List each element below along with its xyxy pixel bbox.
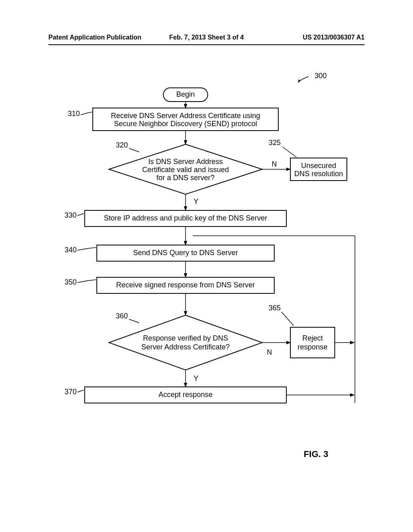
svg-text:Store IP address and public ke: Store IP address and public key of the D…	[104, 214, 267, 222]
header-left: Patent Application Publication	[48, 34, 154, 41]
svg-text:Server Address Certificate?: Server Address Certificate?	[141, 343, 229, 351]
svg-text:Secure Neighbor Discovery (SEN: Secure Neighbor Discovery (SEND) protoco…	[114, 120, 257, 128]
svg-text:response: response	[298, 343, 327, 351]
ref-330: 330	[65, 211, 77, 219]
svg-text:DNS resolution: DNS resolution	[294, 170, 343, 178]
ref-300: 300	[315, 72, 327, 80]
header-center: Feb. 7, 2013 Sheet 3 of 4	[154, 34, 259, 41]
step-365: Reject response	[290, 327, 335, 358]
step-350: Receive signed response from DNS Server	[97, 277, 274, 293]
step-370: Accept response	[85, 387, 286, 403]
svg-marker-0	[298, 79, 300, 83]
ref-340: 340	[65, 246, 77, 254]
header-right: US 2013/0036307 A1	[259, 34, 365, 41]
step-330: Store IP address and public key of the D…	[85, 210, 286, 227]
svg-text:Reject: Reject	[302, 334, 323, 342]
svg-text:Response verified by DNS: Response verified by DNS	[143, 334, 228, 342]
svg-text:Send DNS Query to DNS Server: Send DNS Query to DNS Server	[133, 249, 238, 257]
svg-text:Receive signed response from D: Receive signed response from DNS Server	[116, 281, 255, 289]
ref-370: 370	[65, 388, 77, 396]
step-325: Unsecured DNS resolution	[290, 158, 347, 181]
svg-text:Certificate valid and issued: Certificate valid and issued	[142, 166, 229, 174]
figure-label: FIG. 3	[304, 449, 328, 459]
begin-node: Begin	[163, 88, 208, 102]
ref-310: 310	[68, 110, 80, 118]
svg-text:Accept response: Accept response	[159, 391, 213, 399]
decision-320-yes-label: Y	[194, 197, 198, 206]
header-rule	[48, 44, 365, 45]
page-header: Patent Application Publication Feb. 7, 2…	[48, 34, 365, 41]
flowchart: 300 Begin Receive DNS Server Address Cer…	[48, 69, 365, 431]
step-340: Send DNS Query to DNS Server	[97, 245, 274, 261]
svg-text:for a DNS server?: for a DNS server?	[156, 174, 215, 182]
decision-360-no-label: N	[267, 348, 272, 356]
step-310: Receive DNS Server Address Certificate u…	[93, 108, 278, 131]
svg-text:Is DNS Server Address: Is DNS Server Address	[148, 158, 223, 166]
svg-text:Receive DNS Server Address Cer: Receive DNS Server Address Certificate u…	[111, 112, 260, 120]
ref-360: 360	[116, 312, 128, 320]
ref-325: 325	[269, 139, 281, 147]
decision-360-yes-label: Y	[194, 374, 198, 382]
decision-360: Response verified by DNS Server Address …	[109, 315, 262, 370]
decision-320: Is DNS Server Address Certificate valid …	[109, 144, 262, 194]
ref-365: 365	[269, 304, 281, 312]
svg-text:Begin: Begin	[176, 90, 195, 98]
ref-350: 350	[65, 278, 77, 286]
svg-text:Unsecured: Unsecured	[301, 162, 336, 170]
decision-320-no-label: N	[272, 160, 277, 168]
ref-320: 320	[116, 141, 128, 149]
